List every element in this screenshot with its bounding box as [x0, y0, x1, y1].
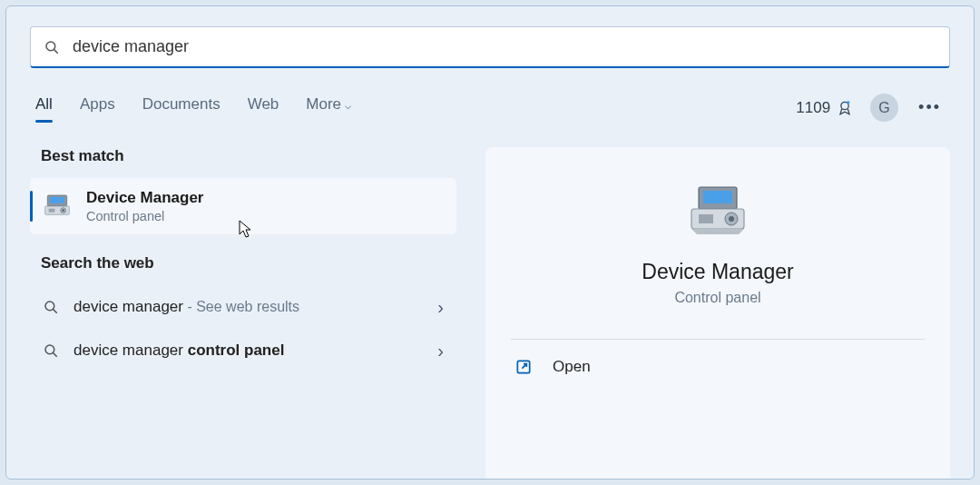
open-external-icon [514, 358, 533, 376]
search-icon [43, 299, 59, 315]
web-result-label: device manager control panel [74, 341, 284, 360]
medal-icon [836, 99, 854, 117]
chevron-down-icon: ⌵ [345, 99, 351, 112]
svg-point-3 [847, 101, 849, 104]
search-icon [44, 39, 60, 55]
open-label: Open [553, 358, 591, 376]
web-result-label: device manager - See web results [74, 298, 299, 316]
result-title: Device Manager [86, 189, 203, 207]
search-bar[interactable] [30, 26, 950, 68]
svg-point-18 [729, 216, 734, 222]
chevron-right-icon: › [437, 341, 444, 361]
detail-panel: Device Manager Control panel Open [485, 147, 950, 479]
open-action[interactable]: Open [511, 340, 925, 394]
svg-rect-19 [699, 214, 713, 223]
search-window: All Apps Documents Web More⌵ 1109 G ••• [5, 5, 975, 480]
search-web-heading: Search the web [41, 254, 456, 272]
chevron-right-icon: › [437, 297, 444, 318]
device-manager-icon [43, 192, 72, 221]
svg-rect-15 [703, 191, 732, 203]
svg-point-0 [46, 42, 55, 51]
svg-line-1 [54, 49, 58, 53]
device-manager-large-icon [686, 180, 750, 243]
tab-all[interactable]: All [35, 95, 53, 121]
svg-point-10 [45, 302, 54, 311]
filter-tab-row: All Apps Documents Web More⌵ 1109 G ••• [30, 94, 950, 122]
mouse-cursor-icon [239, 220, 253, 240]
search-input[interactable] [73, 37, 936, 56]
svg-rect-5 [50, 197, 64, 203]
svg-point-12 [45, 345, 54, 354]
rewards-points[interactable]: 1109 [796, 99, 854, 117]
best-match-result[interactable]: Device Manager Control panel [30, 178, 456, 234]
user-avatar[interactable]: G [870, 94, 898, 122]
web-result-1[interactable]: device manager control panel › [30, 329, 456, 372]
best-match-heading: Best match [41, 147, 456, 165]
tab-web[interactable]: Web [248, 95, 279, 121]
svg-line-11 [54, 310, 57, 313]
search-icon [43, 342, 59, 359]
more-options-button[interactable]: ••• [915, 98, 945, 117]
result-subtitle: Control panel [86, 209, 203, 223]
tab-apps[interactable]: Apps [80, 95, 115, 121]
web-result-0[interactable]: device manager - See web results › [30, 285, 456, 329]
svg-line-13 [54, 353, 57, 357]
tab-more[interactable]: More⌵ [306, 95, 351, 121]
svg-point-8 [62, 209, 64, 212]
results-column: Best match Device Manager Control panel [30, 147, 456, 479]
detail-subtitle: Control panel [674, 290, 760, 306]
tab-documents[interactable]: Documents [142, 95, 220, 121]
svg-rect-9 [49, 209, 55, 213]
detail-title: Device Manager [642, 260, 793, 284]
